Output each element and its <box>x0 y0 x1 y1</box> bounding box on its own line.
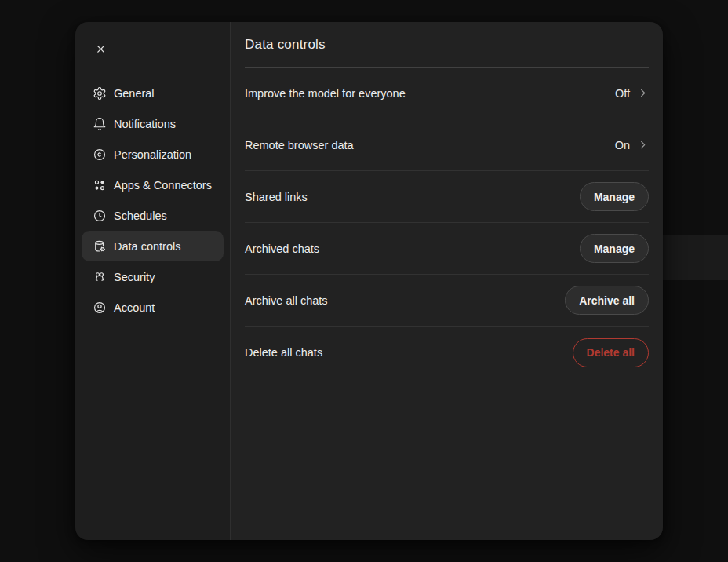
sidebar-item-label: Data controls <box>114 240 180 253</box>
clock-icon <box>93 209 107 223</box>
setting-label: Delete all chats <box>245 346 322 359</box>
setting-label: Remote browser data <box>245 139 354 151</box>
archive-all-button[interactable]: Archive all <box>565 286 649 315</box>
setting-label: Archived chats <box>245 243 319 255</box>
settings-content: Data controls Improve the model for ever… <box>231 22 663 540</box>
setting-label: Improve the model for everyone <box>245 87 406 100</box>
setting-row-delete-all-chats: Delete all chats Delete all <box>245 327 649 378</box>
close-icon <box>95 43 107 55</box>
setting-label: Archive all chats <box>245 294 328 307</box>
close-button[interactable] <box>91 39 110 58</box>
user-circle-icon <box>93 301 107 315</box>
bell-icon <box>93 117 107 131</box>
sidebar-item-personalization[interactable]: Personalization <box>82 139 224 170</box>
settings-nav: General Notifications Personalization <box>82 78 224 323</box>
apps-connectors-icon <box>93 178 107 192</box>
settings-sidebar: General Notifications Personalization <box>75 22 231 540</box>
database-gear-icon <box>93 239 107 254</box>
setting-value-group: On <box>615 139 649 151</box>
sidebar-item-label: Notifications <box>114 118 176 130</box>
manage-shared-links-button[interactable]: Manage <box>580 182 649 211</box>
chevron-right-icon <box>637 87 649 99</box>
sidebar-item-label: Account <box>114 301 155 314</box>
sidebar-item-label: Personalization <box>114 148 191 161</box>
sidebar-item-schedules[interactable]: Schedules <box>82 200 224 231</box>
gear-icon <box>93 86 107 100</box>
personalization-icon <box>93 148 107 162</box>
settings-dialog: General Notifications Personalization <box>75 22 663 540</box>
setting-row-archive-all-chats: Archive all chats Archive all <box>245 275 649 327</box>
setting-row-remote-browser-data[interactable]: Remote browser data On <box>245 119 649 171</box>
setting-label: Shared links <box>245 191 308 203</box>
content-header: Data controls <box>245 22 649 68</box>
chevron-right-icon <box>637 139 649 151</box>
manage-archived-chats-button[interactable]: Manage <box>580 234 649 263</box>
setting-row-shared-links: Shared links Manage <box>245 171 649 223</box>
delete-all-button[interactable]: Delete all <box>573 338 649 367</box>
sidebar-item-apps-connectors[interactable]: Apps & Connectors <box>82 170 224 200</box>
desktop-background: General Notifications Personalization <box>0 0 728 562</box>
sidebar-item-notifications[interactable]: Notifications <box>82 108 224 139</box>
page-title: Data controls <box>245 37 326 53</box>
sidebar-item-account[interactable]: Account <box>82 292 224 323</box>
setting-value-group: Off <box>615 87 649 100</box>
sidebar-item-general[interactable]: General <box>82 78 224 108</box>
setting-row-improve-model[interactable]: Improve the model for everyone Off <box>245 68 649 119</box>
sidebar-item-label: Schedules <box>114 210 167 222</box>
background-highlight-band <box>659 235 728 280</box>
sidebar-item-data-controls[interactable]: Data controls <box>82 231 224 261</box>
sidebar-item-label: Security <box>114 271 155 283</box>
keys-icon <box>93 270 107 284</box>
sidebar-item-label: General <box>114 87 155 100</box>
settings-rows: Improve the model for everyone Off Remot… <box>245 68 649 378</box>
setting-value: Off <box>615 87 630 100</box>
sidebar-item-security[interactable]: Security <box>82 261 224 292</box>
setting-row-archived-chats: Archived chats Manage <box>245 223 649 275</box>
sidebar-item-label: Apps & Connectors <box>114 179 212 192</box>
setting-value: On <box>615 139 630 151</box>
